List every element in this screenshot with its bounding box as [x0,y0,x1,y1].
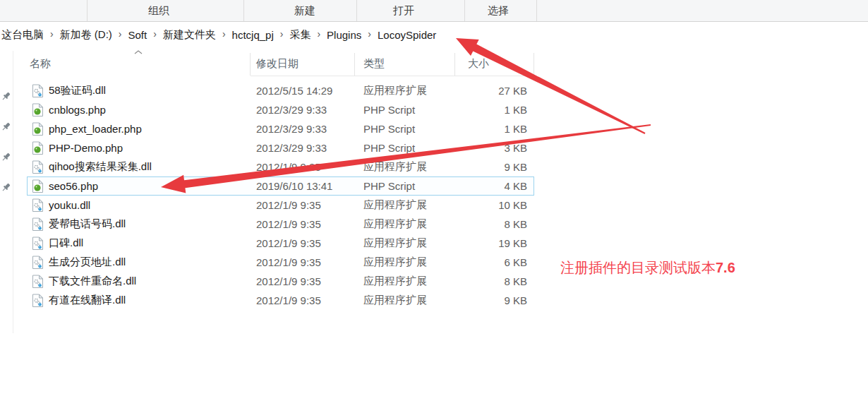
file-type: 应用程序扩展 [355,275,455,288]
breadcrumb-separator-icon: › [222,28,226,40]
breadcrumb-item-1[interactable]: 新加卷 (D:) [60,28,112,42]
file-size: 27 KB [455,85,534,97]
ribbon-group-select: 选择 [488,4,509,18]
file-size: 8 KB [455,275,534,287]
ribbon-group-organize: 组织 [148,4,169,18]
ribbon-divider [243,0,244,21]
file-name: 生成分页地址.dll [49,256,126,269]
column-header-type[interactable]: 类型 [355,53,455,76]
file-name-cell: 爱帮电话号码.dll [27,217,251,232]
breadcrumb-separator-icon: › [119,28,122,40]
file-name: qihoo搜索结果采集.dll [49,160,152,174]
file-type: 应用程序扩展 [355,160,455,174]
file-row[interactable]: seo56.php 2019/6/10 13:41 PHP Script 4 K… [27,176,534,196]
ribbon-divider [536,0,537,21]
file-size: 9 KB [455,294,534,306]
column-header-date[interactable]: 修改日期 [251,53,355,76]
file-name: PHP-Demo.php [49,142,123,154]
annotation-note-text: 注册插件的目录测试版本 [560,260,716,275]
breadcrumb-separator-icon: › [317,28,320,40]
column-header-type-label: 类型 [363,57,385,69]
file-row[interactable]: youku.dll 2012/1/9 9:35 应用程序扩展 10 KB [27,196,534,215]
ribbon-toolbar: 组织 新建 打开 选择 [0,0,868,22]
file-name-cell: php_ext_loader.php [27,122,251,136]
file-row[interactable]: PHP-Demo.php 2012/3/29 9:33 PHP Script 3… [27,138,534,157]
breadcrumb-item-7[interactable]: LocoySpider [378,29,436,41]
breadcrumb-item-2[interactable]: Soft [128,29,147,41]
file-type: 应用程序扩展 [355,198,455,212]
file-row[interactable]: 58验证码.dll 2012/5/15 14:29 应用程序扩展 27 KB [27,81,534,100]
file-date: 2012/1/9 9:35 [251,256,355,268]
breadcrumb-separator-icon: › [280,28,284,40]
file-date: 2019/6/10 13:41 [251,180,355,192]
breadcrumb-separator-icon: › [50,28,54,40]
breadcrumb-item-6[interactable]: Plugins [327,29,361,41]
file-row[interactable]: 爱帮电话号码.dll 2012/1/9 9:35 应用程序扩展 8 KB [27,215,534,234]
file-name: php_ext_loader.php [49,123,142,135]
file-type: PHP Script [355,142,455,154]
file-date: 2012/3/29 9:33 [251,123,355,135]
breadcrumb-separator-icon: › [153,28,157,40]
file-type: 应用程序扩展 [355,237,455,250]
breadcrumb-item-5[interactable]: 采集 [289,28,311,42]
file-name-cell: qihoo搜索结果采集.dll [27,160,251,174]
file-size: 3 KB [455,142,534,154]
column-header-name[interactable]: 名称 [27,53,251,76]
file-row[interactable]: 下载文件重命名.dll 2012/1/9 9:35 应用程序扩展 8 KB [27,272,534,291]
file-date: 2012/3/29 9:33 [251,142,355,154]
column-header-size-label: 大小 [468,57,489,69]
column-header-date-label: 修改日期 [256,57,299,69]
column-header-name-label: 名称 [30,57,51,69]
dll-file-icon [32,160,44,174]
file-explorer-window: 组织 新建 打开 选择 这台电脑›新加卷 (D:)›Soft›新建文件夹›hct… [0,0,868,413]
file-date: 2012/1/9 9:35 [251,199,355,211]
breadcrumb-item-0[interactable]: 这台电脑 [1,28,44,42]
file-name-cell: PHP-Demo.php [27,141,251,155]
file-type: 应用程序扩展 [355,256,455,269]
file-type: 应用程序扩展 [355,217,455,231]
ribbon-group-open: 打开 [393,4,414,18]
list-header: 名称 修改日期 类型 大小 [27,53,534,76]
file-row[interactable]: php_ext_loader.php 2012/3/29 9:33 PHP Sc… [27,119,534,138]
dll-file-icon [32,256,44,270]
breadcrumb-item-4[interactable]: hctcjq_pj [232,29,274,41]
file-row[interactable]: qihoo搜索结果采集.dll 2012/1/9 9:35 应用程序扩展 9 K… [27,157,534,176]
file-type: 应用程序扩展 [355,294,455,307]
file-size: 19 KB [455,237,534,249]
file-name-cell: seo56.php [27,179,251,193]
file-size: 9 KB [455,161,534,173]
file-size: 4 KB [455,180,534,192]
file-type: PHP Script [355,123,455,135]
ribbon-divider [356,0,357,21]
file-date: 2012/3/29 9:33 [251,104,355,116]
sort-ascending-icon [134,50,143,54]
file-size: 10 KB [455,199,534,211]
file-name-cell: cnblogs.php [27,103,251,117]
file-name: 爱帮电话号码.dll [49,217,126,231]
file-row[interactable]: 有道在线翻译.dll 2012/1/9 9:35 应用程序扩展 9 KB [27,291,534,310]
file-rows: 58验证码.dll 2012/5/15 14:29 应用程序扩展 27 KB [27,81,534,310]
pinned-item-pin-icon [1,152,11,162]
pinned-item-pin-icon [1,91,11,102]
column-header-size[interactable]: 大小 [455,53,534,76]
file-name-cell: 生成分页地址.dll [27,256,251,270]
annotation-note-version: 7.6 [716,260,735,275]
file-row[interactable]: cnblogs.php 2012/3/29 9:33 PHP Script 1 … [27,100,534,119]
dll-file-icon [32,198,44,213]
file-date: 2012/1/9 9:35 [251,218,355,230]
nav-pane-divider [13,51,13,333]
file-date: 2012/1/9 9:35 [251,294,355,306]
file-type: PHP Script [355,104,455,116]
file-name-cell: 口碑.dll [27,237,251,251]
file-name-cell: 58验证码.dll [27,84,251,98]
file-name-cell: youku.dll [27,198,251,213]
file-name: 口碑.dll [49,237,83,250]
breadcrumb-separator-icon: › [368,28,371,40]
file-row[interactable]: 生成分页地址.dll 2012/1/9 9:35 应用程序扩展 6 KB [27,253,534,272]
breadcrumb-item-3[interactable]: 新建文件夹 [163,28,216,42]
file-name: 58验证码.dll [49,84,106,97]
file-size: 1 KB [455,104,534,116]
ribbon-divider [464,0,465,21]
file-name: cnblogs.php [49,104,106,116]
file-row[interactable]: 口碑.dll 2012/1/9 9:35 应用程序扩展 19 KB [27,234,534,253]
